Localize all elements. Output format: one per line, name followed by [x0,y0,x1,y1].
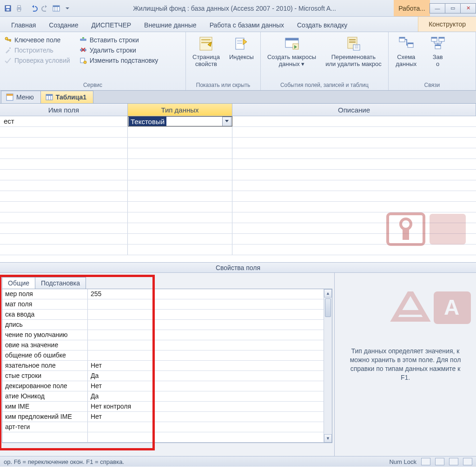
view-form-button[interactable] [463,458,472,465]
view-datasheet-button[interactable] [421,458,430,465]
property-value[interactable]: 255 [88,289,324,299]
tab-home[interactable]: Главная [5,18,42,32]
property-value[interactable] [88,330,324,340]
design-row-empty[interactable] [0,159,476,170]
design-row-empty[interactable] [0,127,476,138]
insert-rows-button[interactable]: Вставить строки [77,35,161,45]
col-header-data-type[interactable]: Тип данных [128,104,232,116]
design-row[interactable]: ест Текстовый [0,116,476,127]
property-grid-scrollbar[interactable]: ▲ ▼ [324,289,332,443]
col-header-description[interactable]: Описание [232,104,476,116]
doc-tab-table1[interactable]: Таблица1 [40,91,93,103]
tab-dispatcher[interactable]: ДИСПЕТЧЕР [85,18,138,32]
description-cell[interactable] [232,116,476,126]
property-value[interactable]: Да [88,371,324,381]
object-dependencies-button[interactable]: Заво [422,33,454,68]
svg-rect-7 [53,6,60,7]
property-row[interactable]: арт-теги [2,422,324,432]
tab-new-tab[interactable]: Создать вкладку [291,18,354,32]
tab-database-tools[interactable]: Работа с базами данных [203,18,291,32]
col-header-field-name[interactable]: Имя поля [0,104,128,116]
property-value[interactable]: Нет [88,412,324,422]
props-tab-lookup[interactable]: Подстановка [35,277,86,289]
property-row[interactable]: чение по умолчанию [2,330,324,340]
tab-create[interactable]: Создание [42,18,85,32]
property-row[interactable]: атие ЮникодДа [2,391,324,402]
design-row-empty[interactable] [0,180,476,191]
svg-rect-38 [439,37,444,39]
property-grid[interactable]: мер поля255мат поляска вводадписьчение п… [2,289,324,443]
property-row[interactable]: стые строкиДа [2,371,324,381]
ribbon-tab-strip: Главная Создание ДИСПЕТЧЕР Внешние данны… [0,17,476,32]
scroll-thumb[interactable] [325,298,331,317]
property-row[interactable]: дексированное полеНет [2,381,324,391]
tab-design[interactable]: Конструктор [418,17,476,32]
scroll-down-button[interactable]: ▼ [324,434,332,443]
save-icon[interactable] [3,3,13,13]
property-value[interactable]: Нет [88,361,324,370]
property-value[interactable]: Да [88,391,324,401]
relationships-button[interactable]: Схемаданных [390,33,422,68]
create-data-macros-button[interactable]: Создать макросыданных ▾ [263,33,321,68]
status-text: ор. F6 = переключение окон. F1 = справка… [4,458,389,465]
view-sql-button[interactable] [449,458,458,465]
modify-lookups-button[interactable]: Изменить подстановку [77,56,161,65]
design-row-empty[interactable] [0,212,476,223]
rename-delete-macro-button[interactable]: Переименоватьили удалить макрос [321,33,386,68]
field-name-cell[interactable]: ест [0,116,128,126]
data-type-cell[interactable]: Текстовый [128,116,232,126]
design-row-empty[interactable] [0,234,476,245]
property-value[interactable] [88,340,324,350]
design-row-empty[interactable] [0,148,476,159]
property-value[interactable]: Нет [88,381,324,391]
design-grid[interactable]: ест Текстовый [0,116,476,263]
property-label: общение об ошибке [2,350,88,360]
design-row-empty[interactable] [0,138,476,148]
property-row[interactable]: ска ввода [2,310,324,320]
tab-external-data[interactable]: Внешние данные [138,18,203,32]
undo-icon[interactable] [29,3,39,13]
delete-rows-button[interactable]: Удалить строки [77,46,161,55]
property-row[interactable]: мат поля [2,299,324,310]
property-row[interactable]: ким предложений IMEНет [2,412,324,422]
property-value[interactable] [88,320,324,330]
property-row[interactable]: язательное полеНет [2,361,324,371]
property-value[interactable] [88,350,324,360]
property-value[interactable] [88,310,324,319]
data-type-value: Текстовый [129,117,166,126]
property-row[interactable]: общение об ошибке [2,350,324,361]
property-row[interactable]: мер поля255 [2,289,324,299]
scroll-up-button[interactable]: ▲ [324,289,332,298]
property-value[interactable] [88,299,324,309]
group-service-title: Сервис [2,80,184,90]
design-row-empty[interactable] [0,245,476,255]
maximize-button[interactable]: ▭ [445,3,461,13]
redo-icon[interactable] [40,3,50,13]
status-bar: ор. F6 = переключение окон. F1 = справка… [0,456,476,467]
property-row[interactable]: ким IMEНет контроля [2,402,324,412]
data-type-dropdown-button[interactable] [222,117,231,126]
design-row-empty[interactable] [0,202,476,212]
context-tab-header: Работа... [394,0,430,16]
primary-key-button[interactable]: Ключевое поле [2,35,73,45]
props-tab-general[interactable]: Общие [2,277,35,289]
doc-tab-menu[interactable]: Меню [1,91,41,103]
property-sheet-button[interactable]: Страницасвойств [188,33,225,68]
design-row-empty[interactable] [0,191,476,202]
table-icon[interactable] [51,3,61,13]
design-row-empty[interactable] [0,223,476,234]
minimize-button[interactable]: — [430,3,445,13]
indexes-button[interactable]: Индексы [225,33,258,61]
property-row[interactable]: дпись [2,320,324,330]
qat-customize-icon[interactable] [62,3,73,13]
property-value[interactable] [88,422,324,432]
close-button[interactable]: ✕ [460,3,476,13]
svg-rect-40 [435,45,441,46]
property-label: дексированное поле [2,381,88,391]
property-row[interactable]: овие на значение [2,340,324,350]
print-icon[interactable] [14,3,24,13]
form-icon [6,93,13,101]
property-value[interactable]: Нет контроля [88,402,324,411]
design-row-empty[interactable] [0,170,476,180]
view-design-button[interactable] [435,458,444,465]
